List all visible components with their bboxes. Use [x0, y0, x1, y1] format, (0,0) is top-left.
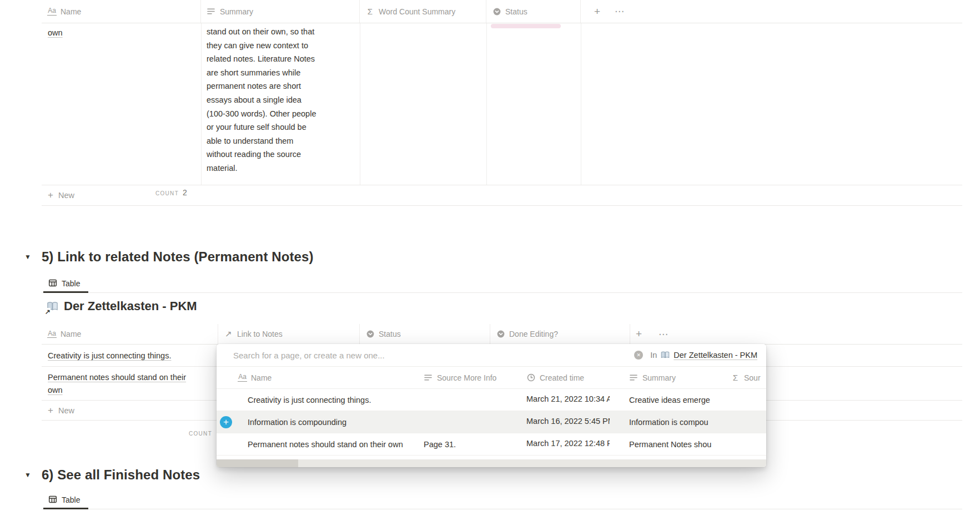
column-header-status[interactable]: Status — [360, 324, 490, 344]
new-row-label: New — [58, 191, 74, 200]
tab-table-view[interactable]: Table — [43, 490, 85, 509]
column-divider — [486, 23, 487, 185]
tab-table-view[interactable]: Table — [43, 274, 85, 293]
column-header-name[interactable]: Aa Name — [42, 0, 201, 23]
text-property-icon: Aa — [47, 7, 57, 15]
status-icon — [496, 330, 505, 338]
add-column-button[interactable]: + — [636, 328, 642, 340]
section-heading: 5) Link to related Notes (Permanent Note… — [42, 249, 314, 265]
search-scope[interactable]: In Der Zettelkasten - PKM — [650, 350, 757, 360]
column-divider — [201, 23, 202, 185]
search-result-row[interactable]: Creativity is just connecting things. Ma… — [217, 389, 766, 411]
formula-sigma-icon: Σ — [365, 7, 375, 16]
table-view-icon — [48, 495, 57, 505]
count-label: COUNT — [189, 431, 212, 437]
result-name-cell[interactable]: Creativity is just connecting things. — [248, 396, 424, 404]
result-name-cell[interactable]: Information is compounding — [248, 418, 424, 427]
column-header-word-count[interactable]: Σ Word Count Summary — [360, 0, 486, 23]
search-result-row[interactable]: Permanent notes should stand on their ow… — [217, 433, 766, 456]
column-label: Name — [251, 373, 272, 382]
table-options-button[interactable]: ⋯ — [615, 6, 625, 17]
view-tab-bar: Table — [42, 490, 962, 509]
column-divider — [360, 23, 360, 185]
row-gutter: + — [217, 416, 248, 428]
top-table-header: Aa Name Summary Σ Word Count Summary Sta… — [42, 0, 962, 23]
horizontal-scrollbar[interactable] — [217, 459, 766, 467]
column-header-status[interactable]: Status — [486, 0, 581, 23]
status-icon — [492, 8, 501, 16]
column-header-created-time[interactable]: Created time — [526, 373, 629, 382]
table-row[interactable]: own stand out on their own, so that they… — [42, 23, 962, 185]
status-pill-peek — [491, 24, 561, 28]
count-label: COUNT — [155, 190, 179, 196]
page-link[interactable]: Permanent notes should stand on their ow… — [48, 371, 199, 397]
linked-table-header: Aa Name ↗ Link to Notes Status Done Edit… — [42, 324, 962, 345]
page-link[interactable]: Permanent notes should stand on their ow… — [248, 440, 403, 449]
column-header-done-editing[interactable]: Done Editing? — [490, 324, 630, 344]
column-label: Status — [379, 330, 401, 338]
scrollbar-thumb[interactable] — [217, 459, 298, 467]
column-header-link-to-notes[interactable]: ↗ Link to Notes — [218, 324, 360, 344]
link-arrow-icon: ↗ — [44, 308, 51, 315]
column-label: Name — [61, 7, 81, 16]
column-label: Summary — [220, 7, 253, 16]
result-source-cell: Page 31. — [424, 440, 526, 449]
table-count[interactable]: COUNT — [189, 428, 212, 437]
toggle-triangle-icon[interactable]: ▼ — [24, 253, 31, 261]
column-label: Word Count Summary — [379, 7, 455, 16]
formula-sigma-icon: Σ — [731, 373, 740, 382]
column-label: Created time — [540, 373, 584, 382]
result-created-cell: March 16, 2022 5:45 PM — [526, 417, 629, 427]
top-table: Aa Name Summary Σ Word Count Summary Sta… — [42, 0, 962, 206]
text-property-icon: Aa — [47, 330, 57, 338]
column-header-source-more-info[interactable]: Source More Info — [424, 373, 526, 382]
search-result-row-highlighted[interactable]: + Information is compounding March 16, 2… — [217, 411, 766, 433]
section-5: ▼ 5) Link to related Notes (Permanent No… — [24, 249, 314, 265]
popup-results-header: Aa Name Source More Info Created time Su… — [217, 367, 766, 389]
add-link-button[interactable]: + — [220, 416, 232, 428]
column-header-name[interactable]: Aa Name — [42, 324, 218, 344]
table-options-button[interactable]: ⋯ — [659, 328, 669, 340]
tab-label: Table — [62, 279, 80, 288]
column-header-summary[interactable]: Summary — [201, 0, 360, 23]
text-property-icon: Aa — [238, 373, 247, 381]
page-link[interactable]: Creativity is just connecting things. — [248, 396, 371, 404]
result-created-cell: March 17, 2022 12:48 PM — [526, 439, 629, 449]
column-header-summary[interactable]: Summary — [629, 373, 731, 382]
plus-icon: + — [48, 190, 53, 201]
page-link[interactable]: own — [48, 28, 63, 37]
scope-page-link[interactable]: Der Zettelkasten - PKM — [674, 351, 757, 360]
column-label: Link to Notes — [237, 330, 283, 338]
popup-search-row: Search for a page, or create a new one..… — [217, 344, 766, 367]
linked-database-title[interactable]: ↗ Der Zettelkasten - PKM — [46, 299, 197, 313]
toggle-triangle-icon[interactable]: ▼ — [24, 471, 31, 479]
result-summary-cell: Information is compou — [629, 418, 731, 427]
active-tab-underline — [43, 291, 88, 293]
summary-text-icon — [207, 7, 216, 16]
column-header-name[interactable]: Aa Name — [217, 373, 424, 382]
relation-icon: ↗ — [224, 329, 233, 339]
result-name-cell[interactable]: Permanent notes should stand on their ow… — [248, 440, 424, 449]
row-summary-cell[interactable]: stand out on their own, so that they can… — [207, 25, 317, 175]
clear-search-icon[interactable]: ✕ — [634, 351, 643, 360]
page-link[interactable]: Information is compounding — [248, 418, 346, 427]
summary-text-icon — [629, 373, 639, 382]
active-tab-underline — [43, 508, 88, 509]
popup-footer-spacer — [217, 456, 766, 459]
search-input[interactable]: Search for a page, or create a new one..… — [233, 351, 634, 360]
column-label: Status — [505, 7, 527, 16]
count-value: 2 — [183, 188, 187, 197]
page-link[interactable]: Creativity is just connecting things. — [48, 351, 171, 360]
book-icon — [660, 350, 670, 360]
row-name-cell[interactable]: own — [48, 28, 63, 37]
notion-page: { "colors": { "accent_blue": "#2eaadc", … — [0, 0, 980, 511]
result-summary-cell: Creative ideas emerge — [629, 396, 731, 404]
table-count[interactable]: COUNT 2 — [155, 188, 187, 197]
section-heading: 6) See all Finished Notes — [42, 467, 200, 483]
add-column-button[interactable]: + — [594, 6, 600, 18]
column-header-source-word-count[interactable]: Σ Sour — [731, 373, 766, 382]
column-divider — [581, 23, 581, 185]
column-label: Summary — [642, 373, 676, 382]
view-tab-bar: Table — [42, 274, 962, 293]
column-label: Sour — [744, 373, 761, 382]
